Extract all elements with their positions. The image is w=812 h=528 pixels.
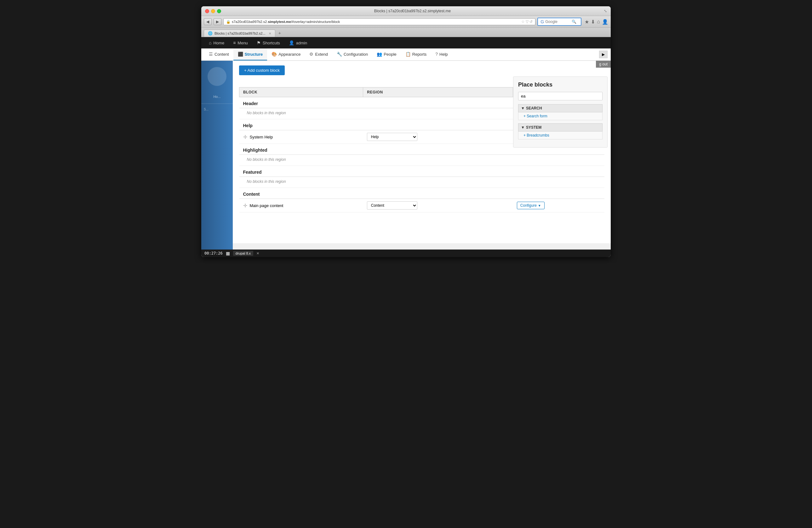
tab-favicon: 🌐 [208,31,213,35]
admin-user-label: admin [296,41,307,45]
drag-handle-icon[interactable]: ✛ [243,134,247,140]
configuration-icon: 🔧 [337,51,342,57]
menu-item-reports-label: Reports [412,52,427,57]
menu-item-extend-label: Extend [315,52,328,57]
address-text: s7a20cd01ba997b2.s2.simplytest.me/#overl… [232,20,340,24]
menu-item-content-label: Content [215,52,229,57]
status-bar: 00:27:26 ▦ drupal 8.x ✕ [201,250,611,257]
drag-handle-main-icon[interactable]: ✛ [243,202,247,209]
url-domain: simplytest.me [268,20,291,24]
url-path: /#overlay=admin/structure/block [291,20,340,24]
configure-main-label: Configure [520,203,537,208]
admin-home-link[interactable]: ⌂ Home [204,37,229,48]
timer-display: 00:27:26 [204,251,223,256]
admin-menu-label: Menu [237,41,248,45]
help-icon: ? [435,51,438,57]
admin-shortcuts-link[interactable]: ⚑ Shortcuts [252,37,285,48]
admin-home-label: Home [213,41,224,45]
menu-item-content[interactable]: ☰ Content [204,48,233,60]
admin-user-link[interactable]: 👤 admin [285,37,311,48]
menu-item-extend[interactable]: ⚙ Extend [305,48,332,60]
main-menu: ☰ Content ⬛ Structure 🎨 Appearance ⚙ Ext… [201,48,611,61]
home-icon: ⌂ [209,40,211,45]
close-tag-button[interactable]: ✕ [256,252,259,256]
add-custom-block-button[interactable]: + Add custom block [239,65,285,75]
menu-item-appearance[interactable]: 🎨 Appearance [267,48,305,60]
search-category: ▼ SEARCH + Search form [518,104,603,120]
region-empty-featured: No blocks in this region [240,177,605,188]
browser-titlebar: Blocks | s7a20cd01ba997b2.s2.simplytest.… [201,6,611,16]
region-empty-highlighted: No blocks in this region [240,155,605,166]
system-category-header[interactable]: ▼ SYSTEM [518,123,603,132]
traffic-lights [205,9,221,13]
qr-icon: ▦ [226,251,230,256]
admin-menu-link[interactable]: ≡ Menu [229,37,252,48]
system-category: ▼ SYSTEM + Breadcrumbs [518,123,603,139]
search-category-header[interactable]: ▼ SEARCH [518,104,603,112]
block-name-system-help: System Help [250,135,273,139]
appearance-icon: 🎨 [272,51,277,57]
search-form-item: + Search form [518,112,603,120]
region-header-featured: Featured [240,166,605,177]
table-header-block: BLOCK [240,88,363,97]
structure-icon: ⬛ [238,51,243,57]
browser-tab-active[interactable]: 🌐 Blocks | s7a20cd01ba997b2.s2... ✕ [204,30,275,37]
shortcuts-icon: ⚑ [257,40,261,45]
search-category-label: SEARCH [526,106,542,110]
maximize-button[interactable] [217,9,221,13]
menu-icon: ≡ [233,40,236,45]
menu-item-reports[interactable]: 📋 Reports [401,48,431,60]
configure-button-main-content[interactable]: Configure ▼ [517,202,545,209]
tab-label: Blocks | s7a20cd01ba997b2.s2... [215,31,265,35]
tab-close-icon[interactable]: ✕ [269,32,271,35]
table-header-region: REGION [363,88,513,97]
menu-item-configuration-label: Configuration [344,52,368,57]
close-button[interactable] [205,9,209,13]
menu-item-structure[interactable]: ⬛ Structure [233,48,267,60]
admin-shortcuts-label: Shortcuts [263,41,280,45]
breadcrumbs-link[interactable]: + Breadcrumbs [523,133,549,137]
minimize-button[interactable] [211,9,215,13]
page-content: g out + Add custom block Show row weight… [233,61,611,250]
new-tab-button[interactable]: + [276,29,284,37]
region-header-content: Content [240,188,605,199]
region-select-system-help[interactable]: Help Header Content Featured Highlighted [367,133,417,141]
menu-item-help[interactable]: ? Help [431,48,452,60]
menu-item-people[interactable]: 👥 People [372,48,401,60]
block-cell-main: ✛ Main page content [240,199,363,212]
block-cell: ✛ System Help [240,130,363,144]
category-collapse-icon: ▼ [521,106,525,110]
place-blocks-filter-input[interactable] [518,92,603,100]
menu-item-people-label: People [383,52,396,57]
url-prefix: s7a20cd01ba997b2.s2. [232,20,268,24]
table-row: ✛ Main page content Content Header Help … [240,199,605,212]
menu-item-configuration[interactable]: 🔧 Configuration [332,48,372,60]
address-bar[interactable]: 🔒 s7a20cd01ba997b2.s2.simplytest.me/#ove… [223,18,535,25]
block-name-main-content: Main page content [250,203,284,208]
system-collapse-icon: ▼ [521,125,525,130]
region-empty-msg-highlighted: No blocks in this region [240,155,605,166]
search-form-link[interactable]: + Search form [523,114,548,118]
user-icon: 👤 [289,40,294,45]
google-search-box[interactable]: G 🔍 [537,18,581,26]
region-select-main-content[interactable]: Content Header Help Featured Highlighted [367,201,417,210]
breadcrumbs-item: + Breadcrumbs [518,132,603,139]
region-name-featured: Featured [240,166,605,177]
browser-title: Blocks | s7a20cd01ba997b2.s2.simplytest.… [224,9,601,13]
region-name-content: Content [240,188,605,199]
menu-toggle-button[interactable]: ▶ [599,51,608,58]
forward-button[interactable]: ▶ [214,18,221,25]
region-empty-msg-featured: No blocks in this region [240,177,605,188]
back-button[interactable]: ◀ [204,18,212,25]
region-cell: Help Header Content Featured Highlighted [363,130,513,144]
admin-bar: ⌂ Home ≡ Menu ⚑ Shortcuts 👤 admin [201,37,611,48]
place-blocks-panel: Place blocks ▼ SEARCH + Search form ▼ SY… [513,76,608,148]
browser-toolbar: ◀ ▶ 🔒 s7a20cd01ba997b2.s2.simplytest.me/… [201,16,611,28]
content-icon: ☰ [209,51,213,57]
google-search-input[interactable] [545,19,570,24]
dropdown-arrow-main-icon: ▼ [538,204,541,207]
reports-icon: 📋 [405,51,411,57]
page-bg-left: Ho... S... [201,61,233,250]
operations-cell-main: Configure ▼ [513,199,605,212]
expand-icon[interactable]: ⤡ [604,9,607,13]
